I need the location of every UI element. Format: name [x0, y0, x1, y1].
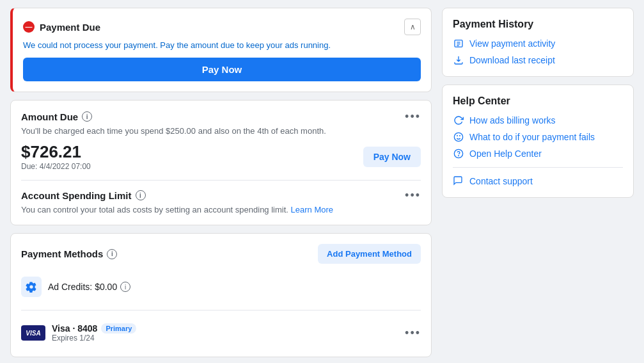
collapse-button[interactable]: ∧	[404, 19, 421, 35]
stop-icon	[23, 21, 35, 33]
open-help-center-row[interactable]: Open Help Center	[453, 148, 623, 159]
refresh-icon	[453, 115, 464, 126]
payment-due-header: Payment Due ∧	[23, 19, 421, 35]
list-icon	[453, 38, 464, 49]
payment-due-card: Payment Due ∧ We could not process your …	[10, 8, 432, 92]
visa-more-button[interactable]: •••	[405, 327, 421, 339]
visa-info: Visa · 8408 Primary Expires 1/24	[52, 323, 398, 343]
payment-methods-header: Payment Methods i Add Payment Method	[21, 244, 421, 264]
spending-limit-description: You can control your total ads costs by …	[21, 205, 421, 214]
ad-credits-label: Ad Credits: $0.00 i	[48, 282, 130, 292]
divider	[21, 180, 421, 181]
amount-due-card: Amount Due i ••• You'll be charged each …	[10, 100, 432, 225]
open-help-center-label: Open Help Center	[469, 149, 542, 159]
pay-now-button-large[interactable]: Pay Now	[23, 58, 421, 81]
payment-due-title: Payment Due	[23, 21, 100, 33]
payment-history-title: Payment History	[453, 19, 623, 30]
visa-divider	[21, 310, 421, 311]
how-ads-billing-works-row[interactable]: How ads billing works	[453, 115, 623, 126]
learn-more-link[interactable]: Learn More	[291, 205, 333, 214]
amount-due-header: Amount Due i •••	[21, 111, 421, 122]
contact-support-label: Contact support	[469, 176, 533, 186]
payment-due-message: We could not process your payment. Pay t…	[23, 40, 421, 50]
help-center-title: Help Center	[453, 95, 623, 107]
view-payment-activity-label: View payment activity	[469, 38, 555, 49]
ad-credits-row: Ad Credits: $0.00 i	[21, 273, 421, 301]
visa-row: VISA Visa · 8408 Primary Expires 1/24 ••…	[21, 319, 421, 346]
gear-icon	[26, 281, 37, 293]
left-column: Payment Due ∧ We could not process your …	[10, 8, 432, 357]
amount-due-more-button[interactable]: •••	[405, 111, 421, 122]
visa-expiry: Expires 1/24	[52, 334, 398, 343]
ad-credits-info-icon[interactable]: i	[120, 282, 130, 292]
amount-value-row: $726.21 Due: 4/4/2022 07:00 Pay Now	[21, 142, 421, 171]
right-column: Payment History View payment activity	[442, 8, 634, 357]
download-receipt-row[interactable]: Download last receipt	[453, 54, 623, 66]
payment-methods-title: Payment Methods i	[21, 248, 117, 259]
message-icon	[453, 175, 464, 187]
spending-limit-info-icon[interactable]: i	[136, 190, 146, 200]
spending-limit-header: Account Spending Limit i •••	[21, 190, 421, 201]
add-payment-method-button[interactable]: Add Payment Method	[318, 244, 421, 264]
how-ads-billing-label: How ads billing works	[469, 115, 556, 125]
help-center-card: Help Center How ads billing works	[442, 85, 634, 198]
download-receipt-label: Download last receipt	[469, 55, 555, 65]
ad-credits-icon	[21, 277, 42, 297]
payment-fails-label: What to do if your payment fails	[469, 132, 595, 142]
pay-now-button-small[interactable]: Pay Now	[363, 147, 421, 167]
payment-methods-info-icon[interactable]: i	[107, 249, 117, 259]
view-payment-activity-row[interactable]: View payment activity	[453, 38, 623, 49]
primary-badge: Primary	[101, 323, 136, 334]
amount-value: $726.21 Due: 4/4/2022 07:00	[21, 142, 91, 171]
svg-point-4	[454, 133, 462, 141]
download-icon	[453, 54, 464, 66]
payment-fails-row[interactable]: What to do if your payment fails	[453, 131, 623, 143]
question-icon	[453, 148, 464, 159]
face-icon	[453, 131, 464, 143]
spending-limit-title: Account Spending Limit i	[21, 190, 146, 201]
payment-history-card: Payment History View payment activity	[442, 8, 634, 77]
amount-due-date: Due: 4/4/2022 07:00	[21, 162, 91, 171]
payment-methods-card: Payment Methods i Add Payment Method Ad …	[10, 233, 432, 357]
contact-support-row[interactable]: Contact support	[453, 167, 623, 187]
amount-due-info-icon[interactable]: i	[82, 111, 92, 122]
visa-card-icon: VISA	[21, 325, 45, 341]
amount-due-title: Amount Due i	[21, 111, 92, 122]
amount-due-description: You'll be charged each time you spend $2…	[21, 126, 421, 136]
amount-big: $726.21	[21, 142, 91, 162]
visa-name: Visa · 8408 Primary	[52, 323, 398, 334]
spending-limit-more-button[interactable]: •••	[405, 190, 421, 201]
